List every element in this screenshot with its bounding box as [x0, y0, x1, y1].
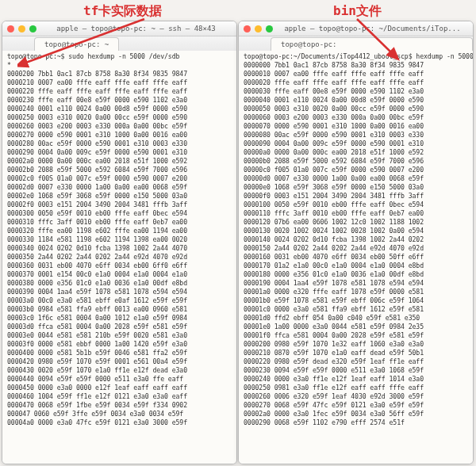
- label-left: tf卡实际数据: [83, 3, 162, 20]
- arrow-right: [246, 14, 405, 62]
- terminal-window-left: apple — topo@topo-pc: ~ — ssh — 48×43 to…: [2, 21, 237, 464]
- label-right: bin文件: [333, 3, 382, 20]
- terminal-content-right[interactable]: topo@topo-pc:~/Documents/iTop4412_uboot_…: [239, 51, 473, 464]
- terminal-window-right: apple — topo@topo-pc: ~/Documents/iTop..…: [238, 21, 474, 464]
- arrow-left: [17, 14, 152, 70]
- svg-line-0: [24, 19, 144, 63]
- close-icon[interactable]: [7, 25, 14, 32]
- svg-line-1: [357, 19, 393, 54]
- terminal-content-left[interactable]: topo@topo-pc:~$ sudo hexdump -n 5000 /de…: [2, 51, 236, 464]
